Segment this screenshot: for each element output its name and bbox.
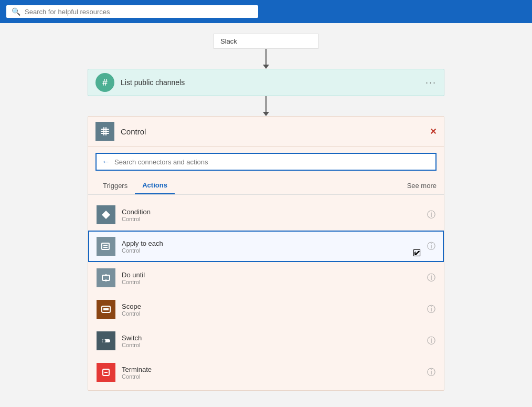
slack-label-block: Slack <box>214 34 318 49</box>
list-channels-block[interactable]: # List public channels ··· <box>88 69 444 96</box>
svg-rect-8 <box>103 247 108 248</box>
tab-actions[interactable]: Actions <box>135 177 175 194</box>
svg-rect-1 <box>101 131 109 132</box>
svg-rect-3 <box>103 127 104 135</box>
action-tabs: Triggers Actions See more <box>88 177 444 195</box>
svg-rect-4 <box>105 127 107 135</box>
terminate-sub: Control <box>122 373 421 380</box>
do-until-sub: Control <box>122 279 421 285</box>
do-until-name: Do until <box>122 271 421 279</box>
scope-sub: Control <box>122 310 421 317</box>
control-panel-title: Control <box>121 127 423 136</box>
control-close-button[interactable]: ✕ <box>430 127 437 137</box>
terminate-info-icon[interactable]: ⓘ <box>427 367 435 378</box>
switch-icon <box>97 331 115 350</box>
slack-label: Slack <box>220 37 237 45</box>
condition-sub: Control <box>122 216 421 222</box>
condition-icon <box>97 205 115 224</box>
top-search-box[interactable]: 🔍 <box>6 5 258 18</box>
apply-each-name: Apply to each <box>122 239 421 247</box>
slack-icon: # <box>95 73 114 92</box>
apply-each-sub: Control <box>122 247 421 254</box>
switch-info: Switch Control <box>122 334 421 348</box>
scope-icon <box>97 300 115 319</box>
scope-name: Scope <box>122 302 421 310</box>
switch-info-icon[interactable]: ⓘ <box>427 336 435 347</box>
flow-center: Slack # List public channels ··· <box>82 34 450 391</box>
list-channels-title: List public channels <box>121 78 419 87</box>
action-item-do-until[interactable]: Do until Control ⓘ <box>88 262 444 294</box>
back-arrow-icon[interactable]: ← <box>102 157 110 166</box>
action-item-terminate[interactable]: Terminate Control ⓘ <box>88 357 444 388</box>
arrow-head-2 <box>263 112 269 116</box>
action-item-apply-to-each[interactable]: Apply to each Control 🗹 ⓘ <box>88 231 444 262</box>
action-list: Condition Control ⓘ App <box>88 197 444 390</box>
svg-rect-11 <box>103 308 109 310</box>
apply-each-info: Apply to each Control <box>122 239 421 254</box>
do-until-info-icon[interactable]: ⓘ <box>427 273 435 284</box>
search-icon: 🔍 <box>12 7 20 16</box>
terminate-info: Terminate Control <box>122 366 421 380</box>
svg-rect-6 <box>102 243 109 249</box>
svg-rect-0 <box>101 129 109 130</box>
arrow-connector-2 <box>263 96 269 116</box>
do-until-icon <box>97 268 115 287</box>
control-search-input[interactable] <box>114 158 430 166</box>
arrow-line-2 <box>265 96 267 112</box>
svg-rect-15 <box>104 372 108 373</box>
arrow-connector-1 <box>263 49 269 69</box>
action-dots-button[interactable]: ··· <box>425 77 437 88</box>
action-item-scope[interactable]: Scope Control ⓘ <box>88 294 444 325</box>
arrow-line <box>265 49 267 65</box>
switch-sub: Control <box>122 342 421 348</box>
condition-name: Condition <box>122 208 421 216</box>
control-panel: Control ✕ ← Triggers Actions See more <box>88 116 444 391</box>
terminate-name: Terminate <box>122 366 421 373</box>
action-item-condition[interactable]: Condition Control ⓘ <box>88 199 444 231</box>
see-more-button[interactable]: See more <box>407 178 437 194</box>
tab-triggers[interactable]: Triggers <box>95 178 135 194</box>
cursor-hand-indicator: 🗹 <box>412 248 422 259</box>
control-header: Control ✕ <box>88 117 444 147</box>
canvas: Slack # List public channels ··· <box>0 23 532 407</box>
top-bar: 🔍 <box>0 0 532 23</box>
scope-info: Scope Control <box>122 302 421 317</box>
action-item-switch[interactable]: Switch Control ⓘ <box>88 325 444 357</box>
terminate-icon <box>97 363 115 382</box>
apply-each-icon <box>97 237 115 256</box>
svg-rect-2 <box>101 133 109 134</box>
arrow-head <box>263 65 269 69</box>
switch-name: Switch <box>122 334 421 342</box>
scope-info-icon[interactable]: ⓘ <box>427 304 435 315</box>
control-search-box[interactable]: ← <box>95 153 437 171</box>
condition-info: Condition Control <box>122 208 421 222</box>
control-icon <box>95 122 114 141</box>
svg-point-13 <box>102 339 105 342</box>
condition-info-icon[interactable]: ⓘ <box>427 210 435 221</box>
top-search-input[interactable] <box>25 8 253 16</box>
apply-each-info-icon[interactable]: ⓘ <box>427 241 435 252</box>
do-until-info: Do until Control <box>122 271 421 285</box>
svg-marker-5 <box>102 211 110 219</box>
svg-rect-7 <box>103 245 108 246</box>
